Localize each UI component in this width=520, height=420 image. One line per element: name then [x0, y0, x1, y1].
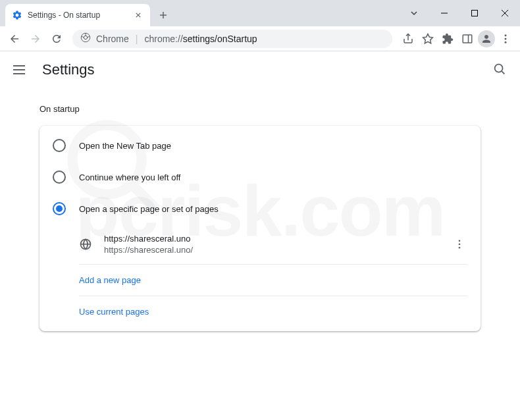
- svg-point-4: [84, 36, 87, 39]
- svg-point-10: [495, 64, 503, 72]
- globe-icon: [79, 238, 92, 251]
- radio-icon: [53, 171, 66, 184]
- add-page-row[interactable]: Add a new page: [79, 265, 467, 296]
- search-button[interactable]: [492, 62, 507, 78]
- settings-content: On startup Open the New Tab page Continu…: [0, 88, 520, 347]
- svg-point-13: [459, 240, 461, 242]
- radio-icon: [53, 202, 66, 215]
- startup-page-row: https://sharesceral.uno https://sharesce…: [79, 224, 467, 265]
- address-bar[interactable]: Chrome | chrome://settings/onStartup: [72, 30, 392, 48]
- reload-button[interactable]: [47, 30, 66, 48]
- close-window-button[interactable]: [490, 0, 520, 26]
- window-titlebar: Settings - On startup: [0, 0, 520, 26]
- side-panel-button[interactable]: [458, 30, 477, 48]
- maximize-button[interactable]: [459, 0, 490, 26]
- startup-pages-list: https://sharesceral.uno https://sharesce…: [79, 224, 467, 327]
- startup-page-title: https://sharesceral.uno: [104, 234, 452, 244]
- settings-header: Settings: [0, 51, 520, 88]
- minimize-button[interactable]: [429, 0, 459, 26]
- add-page-link[interactable]: Add a new page: [79, 275, 141, 285]
- svg-rect-5: [463, 35, 472, 43]
- gear-icon: [12, 10, 22, 20]
- bookmark-button[interactable]: [419, 30, 437, 48]
- more-actions-button[interactable]: [452, 236, 467, 252]
- use-current-row[interactable]: Use current pages: [79, 296, 467, 327]
- use-current-link[interactable]: Use current pages: [79, 307, 149, 317]
- svg-point-14: [459, 244, 461, 246]
- profile-button[interactable]: [478, 30, 495, 47]
- svg-point-7: [505, 34, 507, 36]
- hamburger-menu-button[interactable]: [13, 62, 29, 78]
- svg-line-11: [502, 71, 504, 74]
- svg-rect-2: [472, 11, 478, 16]
- window-controls: [399, 0, 520, 26]
- share-button[interactable]: [399, 30, 417, 48]
- option-label: Open the New Tab page: [79, 141, 171, 151]
- address-text: Chrome | chrome://settings/onStartup: [96, 34, 257, 44]
- section-title: On startup: [39, 104, 481, 114]
- svg-point-9: [505, 41, 507, 43]
- tab-search-button[interactable]: [399, 0, 429, 26]
- menu-button[interactable]: [496, 30, 515, 48]
- browser-toolbar: Chrome | chrome://settings/onStartup: [0, 26, 520, 51]
- extensions-button[interactable]: [438, 30, 457, 48]
- forward-button[interactable]: [26, 30, 45, 48]
- close-icon[interactable]: [133, 10, 143, 20]
- svg-point-8: [505, 38, 507, 39]
- option-new-tab[interactable]: Open the New Tab page: [39, 130, 481, 161]
- radio-icon: [53, 139, 66, 152]
- page-title: Settings: [42, 61, 95, 78]
- option-specific-pages[interactable]: Open a specific page or set of pages: [39, 193, 481, 224]
- chrome-icon: [80, 32, 91, 45]
- tab-title: Settings - On startup: [28, 11, 133, 20]
- option-continue[interactable]: Continue where you left off: [39, 161, 481, 193]
- startup-card: Open the New Tab page Continue where you…: [39, 126, 481, 331]
- new-tab-button[interactable]: [154, 6, 172, 24]
- option-label: Continue where you left off: [79, 172, 180, 182]
- back-button[interactable]: [5, 30, 24, 48]
- option-label: Open a specific page or set of pages: [79, 204, 219, 214]
- browser-tab[interactable]: Settings - On startup: [5, 4, 150, 26]
- svg-point-15: [459, 247, 461, 249]
- startup-page-url: https://sharesceral.uno/: [104, 245, 452, 255]
